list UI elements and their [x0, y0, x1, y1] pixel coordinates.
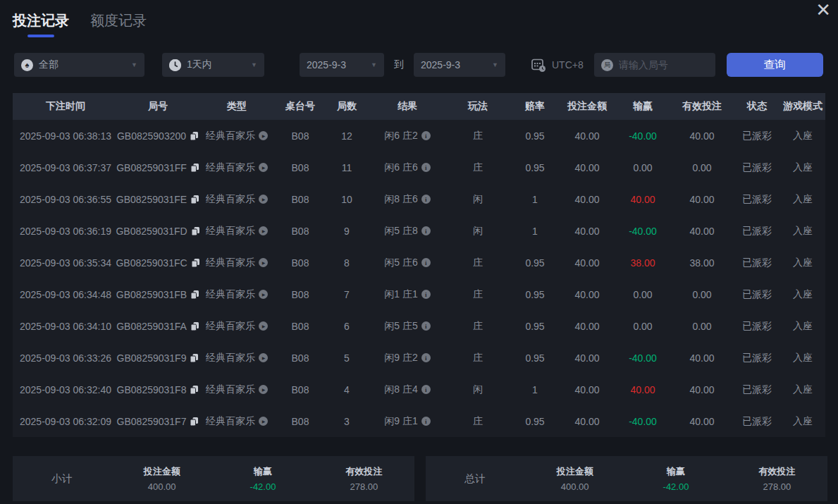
- cell-bet-time: 2025-09-03 06:33:26: [13, 352, 118, 364]
- cell-play-type: 庄: [445, 320, 510, 333]
- info-icon[interactable]: i: [421, 195, 431, 204]
- cell-win-loss: -40.00: [615, 130, 671, 142]
- table-row: 2025-09-03 06:32:40 GB08259031F8 经典百家乐 ▶…: [13, 374, 825, 405]
- table-row: 2025-09-03 06:32:09 GB08259031F7 经典百家乐 ▶…: [13, 405, 825, 437]
- play-video-icon[interactable]: ▶: [259, 226, 268, 235]
- timezone-value: UTC+8: [552, 59, 584, 70]
- cell-valid-bet: 40.00: [671, 194, 733, 205]
- game-type-select[interactable]: ♠ 全部 ▼: [14, 53, 144, 77]
- cell-play-type: 庄: [445, 288, 510, 301]
- subtotal-valid-group: 有效投注 278.00: [314, 465, 414, 492]
- cell-game-mode: 入座: [781, 257, 825, 269]
- cell-table-no: B08: [276, 321, 324, 332]
- cell-play-type: 闲: [445, 193, 510, 206]
- date-to-value: 2025-9-3: [421, 59, 460, 70]
- cell-round-id: GB08259031FD: [118, 226, 197, 237]
- cell-play-type: 庄: [445, 415, 510, 428]
- play-video-icon[interactable]: ▶: [259, 163, 268, 172]
- table-row: 2025-09-03 06:36:55 GB08259031FE 经典百家乐 ▶…: [13, 183, 825, 215]
- info-icon[interactable]: i: [421, 226, 431, 235]
- date-from-select[interactable]: 2025-9-3 ▼: [300, 53, 384, 77]
- cell-bet-amount: 40.00: [560, 384, 615, 395]
- cell-win-loss: 0.00: [615, 321, 671, 332]
- cell-bet-amount: 40.00: [560, 226, 615, 237]
- play-video-icon[interactable]: ▶: [259, 385, 268, 394]
- total-panel: 总计 投注金额 400.00 输赢 -42.00 有效投注 278.00: [426, 456, 827, 501]
- cell-game-type: 经典百家乐 ▶: [197, 161, 276, 174]
- round-id-input-wrap[interactable]: 局: [594, 53, 715, 77]
- tab-quota-records[interactable]: 额度记录: [90, 11, 147, 37]
- info-icon[interactable]: i: [421, 290, 431, 299]
- cell-play-type: 庄: [445, 257, 510, 269]
- cell-round-id: GB08259031F9: [118, 352, 197, 364]
- cell-table-no: B08: [276, 352, 324, 364]
- subtotal-win-value: -42.00: [212, 481, 313, 492]
- cell-result: 闲5 庄6 i: [369, 257, 445, 269]
- cell-game-mode: 入座: [781, 288, 825, 301]
- date-from-value: 2025-9-3: [307, 59, 346, 70]
- cell-bet-amount: 40.00: [560, 194, 615, 205]
- cell-status: 已派彩: [733, 415, 781, 428]
- cell-valid-bet: 0.00: [671, 162, 733, 173]
- cell-win-loss: 40.00: [615, 384, 671, 395]
- column-header-11: 状态: [733, 100, 781, 113]
- cell-bet-amount: 40.00: [560, 321, 615, 332]
- play-video-icon[interactable]: ▶: [259, 195, 268, 204]
- cell-round-no: 12: [324, 130, 369, 142]
- info-icon[interactable]: i: [421, 131, 431, 140]
- cell-result: 闲9 庄1 i: [369, 415, 445, 428]
- column-header-1: 局号: [118, 100, 197, 113]
- cell-round-no: 3: [324, 416, 369, 427]
- cell-round-no: 4: [324, 384, 369, 395]
- info-icon[interactable]: i: [421, 321, 431, 331]
- cell-game-type: 经典百家乐 ▶: [197, 225, 276, 238]
- cell-win-loss: 40.00: [615, 194, 671, 205]
- play-video-icon[interactable]: ▶: [259, 321, 268, 331]
- cell-bet-time: 2025-09-03 06:34:48: [13, 289, 118, 300]
- info-icon[interactable]: i: [421, 353, 431, 362]
- chevron-down-icon: ▼: [492, 61, 498, 68]
- cell-game-type: 经典百家乐 ▶: [197, 288, 276, 301]
- cell-game-mode: 入座: [781, 130, 825, 142]
- column-header-5: 结果: [369, 100, 445, 113]
- game-type-value: 全部: [39, 59, 58, 71]
- time-range-select[interactable]: 1天内 ▼: [162, 53, 264, 77]
- column-header-9: 输赢: [615, 100, 671, 113]
- cell-play-type: 闲: [445, 383, 510, 396]
- cell-odds: 0.95: [510, 130, 560, 142]
- play-video-icon[interactable]: ▶: [259, 417, 268, 426]
- play-video-icon[interactable]: ▶: [259, 258, 268, 267]
- play-video-icon[interactable]: ▶: [259, 290, 268, 299]
- tab-quota-records-label: 额度记录: [90, 11, 147, 30]
- cell-status: 已派彩: [733, 257, 781, 269]
- cell-valid-bet: 0.00: [671, 289, 733, 300]
- total-win-group: 输赢 -42.00: [625, 465, 726, 492]
- table-body: 2025-09-03 06:38:13 GB0825903200 经典百家乐 ▶…: [13, 120, 825, 437]
- info-icon[interactable]: i: [421, 258, 431, 267]
- spade-icon: ♠: [21, 59, 33, 71]
- total-bet-value: 400.00: [524, 481, 625, 492]
- cell-win-loss: 0.00: [615, 289, 671, 300]
- info-icon[interactable]: i: [421, 417, 431, 426]
- cell-win-loss: -40.00: [615, 226, 671, 237]
- cell-game-mode: 入座: [781, 320, 825, 333]
- records-table: 下注时间局号类型桌台号局数结果玩法赔率投注金额输赢有效投注状态游戏模式 2025…: [13, 93, 825, 437]
- tab-betting-records[interactable]: 投注记录: [13, 11, 69, 37]
- query-button[interactable]: 查询: [727, 53, 823, 77]
- cell-odds: 1: [510, 194, 560, 205]
- cell-result: 闲1 庄1 i: [369, 288, 445, 301]
- info-icon[interactable]: i: [421, 163, 431, 172]
- cell-win-loss: -40.00: [615, 416, 671, 427]
- total-label: 总计: [426, 472, 524, 486]
- tab-betting-records-label: 投注记录: [13, 11, 69, 30]
- total-valid-value: 278.00: [727, 481, 827, 492]
- cell-table-no: B08: [276, 384, 324, 395]
- cell-valid-bet: 38.00: [671, 257, 733, 269]
- play-video-icon[interactable]: ▶: [259, 131, 268, 140]
- cell-status: 已派彩: [733, 130, 781, 142]
- info-icon[interactable]: i: [421, 385, 431, 394]
- close-icon[interactable]: ✕: [815, 0, 831, 20]
- date-to-select[interactable]: 2025-9-3 ▼: [414, 53, 505, 77]
- round-id-input[interactable]: [619, 59, 696, 70]
- play-video-icon[interactable]: ▶: [259, 353, 268, 362]
